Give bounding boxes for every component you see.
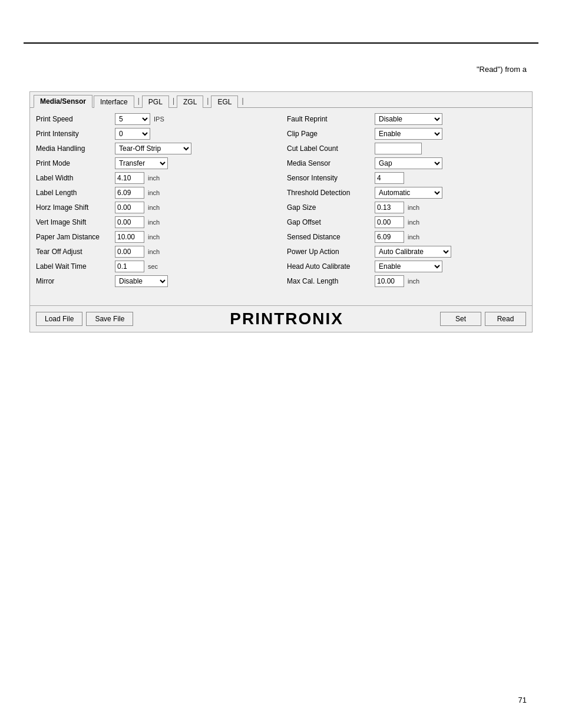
- gap-size-row: Gap Size inch: [287, 201, 526, 214]
- media-sensor-label: Media Sensor: [287, 159, 372, 167]
- content-area: Print Speed 5 IPS Print Intensity 0 Medi…: [30, 108, 532, 294]
- tear-off-adjust-row: Tear Off Adjust inch: [36, 245, 275, 258]
- tab-interface[interactable]: Interface: [94, 95, 134, 108]
- print-intensity-label: Print Intensity: [36, 130, 113, 138]
- print-speed-row: Print Speed 5 IPS: [36, 113, 275, 126]
- max-cal-length-label: Max Cal. Length: [287, 277, 372, 285]
- sensed-distance-row: Sensed Distance inch: [287, 230, 526, 243]
- horz-image-shift-unit: inch: [148, 204, 160, 211]
- label-wait-time-row: Label Wait Time sec: [36, 260, 275, 273]
- media-handling-select[interactable]: Tear-Off Strip: [115, 143, 191, 154]
- spacer: [30, 294, 532, 305]
- max-cal-length-unit: inch: [408, 278, 419, 285]
- tab-separator-4: |: [239, 95, 246, 107]
- label-wait-time-unit: sec: [148, 263, 158, 270]
- label-width-label: Label Width: [36, 174, 113, 182]
- fault-reprint-label: Fault Reprint: [287, 115, 372, 123]
- mirror-row: Mirror Disable: [36, 275, 275, 288]
- max-cal-length-input[interactable]: [375, 275, 404, 287]
- tab-separator-2: |: [170, 95, 177, 107]
- set-button[interactable]: Set: [440, 312, 481, 326]
- left-column: Print Speed 5 IPS Print Intensity 0 Medi…: [36, 113, 275, 288]
- sensor-intensity-input[interactable]: [375, 172, 404, 184]
- label-width-input[interactable]: [115, 172, 144, 184]
- print-mode-row: Print Mode Transfer: [36, 157, 275, 170]
- gap-offset-row: Gap Offset inch: [287, 216, 526, 229]
- clip-page-label: Clip Page: [287, 130, 372, 138]
- label-wait-time-label: Label Wait Time: [36, 262, 113, 271]
- top-rule: [24, 42, 538, 44]
- fault-reprint-row: Fault Reprint Disable: [287, 113, 526, 126]
- bottom-bar: Load File Save File PRINTRONIX Set Read: [30, 305, 532, 332]
- label-width-unit: inch: [148, 174, 160, 182]
- tear-off-adjust-label: Tear Off Adjust: [36, 248, 113, 256]
- sensed-distance-input[interactable]: [375, 231, 404, 243]
- media-sensor-row: Media Sensor Gap: [287, 157, 526, 170]
- vert-image-shift-label: Vert Image Shift: [36, 218, 113, 226]
- tab-egl[interactable]: EGL: [211, 95, 238, 108]
- print-speed-select[interactable]: 5: [115, 113, 150, 125]
- label-length-label: Label Length: [36, 189, 113, 197]
- paper-jam-distance-unit: inch: [148, 233, 160, 241]
- label-wait-time-input[interactable]: [115, 261, 144, 272]
- media-sensor-select[interactable]: Gap: [375, 157, 442, 169]
- label-length-row: Label Length inch: [36, 186, 275, 199]
- sensor-intensity-label: Sensor Intensity: [287, 174, 372, 182]
- sensed-distance-unit: inch: [408, 233, 419, 241]
- tab-media-sensor[interactable]: Media/Sensor: [34, 95, 92, 108]
- label-width-row: Label Width inch: [36, 172, 275, 185]
- media-handling-row: Media Handling Tear-Off Strip: [36, 142, 275, 155]
- clip-page-row: Clip Page Enable: [287, 127, 526, 140]
- vert-image-shift-row: Vert Image Shift inch: [36, 216, 275, 229]
- head-auto-calibrate-select[interactable]: Enable: [375, 261, 442, 272]
- gap-size-label: Gap Size: [287, 203, 372, 212]
- cut-label-count-row: Cut Label Count: [287, 142, 526, 155]
- print-mode-select[interactable]: Transfer: [115, 157, 168, 169]
- sensed-distance-label: Sensed Distance: [287, 233, 372, 241]
- paper-jam-distance-input[interactable]: [115, 231, 144, 243]
- vert-image-shift-input[interactable]: [115, 216, 144, 228]
- vert-image-shift-unit: inch: [148, 219, 160, 226]
- save-file-button[interactable]: Save File: [86, 312, 133, 326]
- print-intensity-row: Print Intensity 0: [36, 127, 275, 140]
- tab-separator-1: |: [135, 95, 142, 107]
- gap-offset-input[interactable]: [375, 216, 404, 228]
- print-intensity-select[interactable]: 0: [115, 128, 150, 140]
- cut-label-count-label: Cut Label Count: [287, 144, 372, 153]
- right-column: Fault Reprint Disable Clip Page Enable C…: [287, 113, 526, 288]
- tab-separator-3: |: [204, 95, 211, 107]
- clip-page-select[interactable]: Enable: [375, 128, 442, 140]
- print-speed-label: Print Speed: [36, 115, 113, 123]
- page-number: 71: [518, 696, 527, 704]
- horz-image-shift-input[interactable]: [115, 202, 144, 213]
- mirror-select[interactable]: Disable: [115, 275, 168, 287]
- tab-pgl[interactable]: PGL: [142, 95, 169, 108]
- print-mode-label: Print Mode: [36, 159, 113, 167]
- label-length-unit: inch: [148, 189, 160, 196]
- power-up-action-select[interactable]: Auto Calibrate: [375, 246, 451, 258]
- max-cal-length-row: Max Cal. Length inch: [287, 275, 526, 288]
- power-up-action-row: Power Up Action Auto Calibrate: [287, 245, 526, 258]
- gap-size-input[interactable]: [375, 202, 404, 213]
- header-description: "Read") from a: [477, 65, 527, 74]
- tear-off-adjust-input[interactable]: [115, 246, 144, 258]
- mirror-label: Mirror: [36, 277, 113, 285]
- read-button[interactable]: Read: [485, 312, 526, 326]
- tab-bar: Media/Sensor Interface | PGL | ZGL | EGL…: [30, 92, 532, 108]
- horz-image-shift-label: Horz Image Shift: [36, 203, 113, 212]
- cut-label-count-input[interactable]: [375, 143, 422, 154]
- threshold-detection-select[interactable]: Automatic: [375, 187, 442, 199]
- paper-jam-distance-row: Paper Jam Distance inch: [36, 230, 275, 243]
- gap-offset-label: Gap Offset: [287, 218, 372, 226]
- label-length-input[interactable]: [115, 187, 144, 199]
- sensor-intensity-row: Sensor Intensity: [287, 172, 526, 185]
- fault-reprint-select[interactable]: Disable: [375, 113, 442, 125]
- tab-zgl[interactable]: ZGL: [177, 95, 203, 108]
- power-up-action-label: Power Up Action: [287, 248, 372, 256]
- horz-image-shift-row: Horz Image Shift inch: [36, 201, 275, 214]
- gap-size-unit: inch: [408, 204, 419, 211]
- load-file-button[interactable]: Load File: [36, 312, 82, 326]
- gap-offset-unit: inch: [408, 219, 419, 226]
- threshold-detection-row: Threshold Detection Automatic: [287, 186, 526, 199]
- print-speed-unit: IPS: [154, 116, 164, 123]
